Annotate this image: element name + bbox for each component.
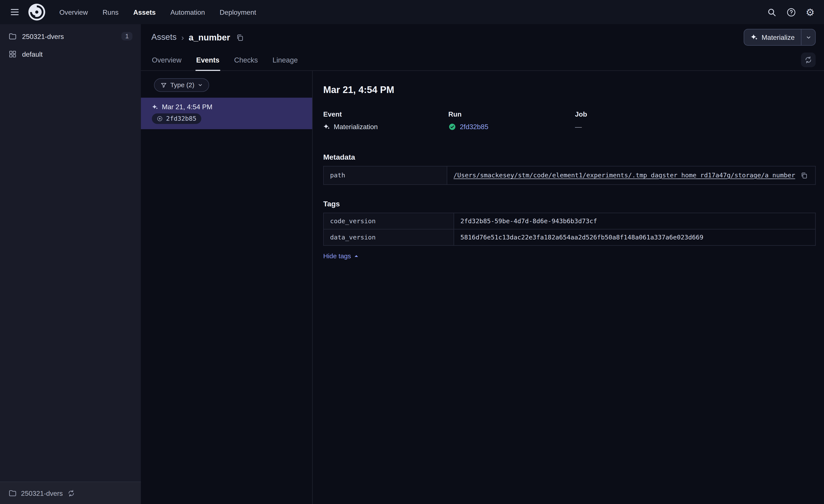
materialization-sparkle-icon [152, 104, 158, 110]
sidebar-item-group-default[interactable]: default [0, 45, 141, 63]
materialize-split-button: Materialize [744, 29, 816, 46]
asset-count-badge: 1 [122, 32, 132, 40]
refresh-button[interactable] [801, 52, 816, 67]
tag-value: 5816d76e51c13dac22e3fa182a654aa2d526fb50… [454, 229, 815, 246]
metadata-key: path [323, 166, 447, 184]
gear-icon: ⚙ [806, 7, 815, 17]
sidebar-item-code-location[interactable]: 250321-dvers 1 [0, 27, 141, 45]
page-title: a_number [189, 32, 230, 42]
run-id-link[interactable]: 2fd32b85 [460, 123, 489, 131]
job-label: Job [575, 110, 587, 118]
hamburger-menu-button[interactable] [7, 5, 22, 19]
nav-item-overview[interactable]: Overview [53, 5, 95, 19]
nav-item-runs[interactable]: Runs [96, 5, 125, 19]
event-item-header: Mar 21, 4:54 PM [152, 103, 304, 111]
copy-asset-name-button[interactable] [235, 32, 245, 42]
materialization-sparkle-icon [323, 123, 330, 130]
hide-tags-label: Hide tags [323, 253, 351, 260]
event-item-run-badge[interactable]: 2fd32b85 [152, 113, 201, 124]
reload-location-icon[interactable] [67, 489, 75, 497]
event-item-run-id: 2fd32b85 [166, 115, 196, 122]
event-detail-pane: Mar 21, 4:54 PM Event Materialization [313, 71, 824, 504]
materialize-dropdown-button[interactable] [802, 29, 815, 45]
folder-icon [8, 489, 17, 497]
app-root: Overview Runs Assets Automation Deployme… [0, 0, 824, 504]
sidebar-item-label: 250321-dvers [22, 32, 64, 40]
materialize-sparkle-icon [751, 33, 758, 41]
run-status-circle-icon [157, 116, 163, 122]
filter-icon [160, 82, 167, 89]
top-nav: Overview Runs Assets Automation Deployme… [0, 0, 824, 24]
page-header: Assets › a_number Materialize [141, 24, 824, 50]
tag-value: 2fd32b85-59be-4d7d-8d6e-943b6b3d73cf [454, 213, 815, 229]
type-filter-button[interactable]: Type (2) [154, 78, 209, 92]
run-value: 2fd32b85 [448, 123, 575, 131]
breadcrumb: Assets › a_number [151, 32, 245, 42]
event-value: Materialization [323, 123, 448, 131]
metadata-section-title: Metadata [323, 153, 816, 161]
hide-tags-link[interactable]: Hide tags [323, 253, 359, 260]
search-button[interactable] [765, 5, 779, 19]
chevron-up-icon [353, 254, 359, 259]
event-list-pane: Type (2) Mar 21, 4:54 PM [141, 71, 313, 504]
table-row: data_version 5816d76e51c13dac22e3fa182a6… [323, 229, 815, 246]
copy-icon [236, 33, 244, 41]
nav-item-automation[interactable]: Automation [164, 5, 212, 19]
folder-icon [8, 32, 17, 40]
materialize-button[interactable]: Materialize [744, 29, 801, 45]
metadata-table: path /Users/smackesey/stm/code/element1/… [323, 166, 816, 185]
tab-events[interactable]: Events [196, 56, 220, 71]
copy-icon [800, 172, 808, 179]
tags-section: Tags code_version 2fd32b85-59be-4d7d-8d6… [323, 200, 816, 260]
table-row: code_version 2fd32b85-59be-4d7d-8d6e-943… [323, 213, 815, 229]
table-row: path /Users/smackesey/stm/code/element1/… [323, 166, 815, 184]
event-list-item-selected[interactable]: Mar 21, 4:54 PM 2fd32b85 [141, 98, 312, 129]
metadata-path-link[interactable]: /Users/smackesey/stm/code/element1/exper… [453, 172, 795, 179]
tags-section-title: Tags [323, 200, 816, 208]
help-button[interactable] [784, 5, 799, 19]
dagster-logo-icon[interactable] [27, 3, 46, 21]
run-info-col: Run 2fd32b85 [448, 110, 575, 131]
job-value: — [575, 123, 587, 131]
tab-overview[interactable]: Overview [151, 56, 182, 71]
stage: Overview Runs Assets Automation Deployme… [0, 0, 824, 504]
tab-checks[interactable]: Checks [234, 56, 258, 71]
metadata-section: Metadata path /Users/smackesey/stm/code/… [323, 153, 816, 185]
nav-item-assets[interactable]: Assets [126, 5, 163, 19]
sidebar-item-label: default [22, 50, 43, 58]
help-icon [786, 7, 796, 17]
event-label: Event [323, 110, 448, 118]
tab-lineage[interactable]: Lineage [272, 56, 298, 71]
chevron-down-icon [197, 83, 203, 88]
search-icon [767, 7, 777, 17]
breadcrumb-separator: › [182, 33, 184, 42]
materialize-button-label: Materialize [762, 33, 795, 41]
sidebar: 250321-dvers 1 default 250321-dvers [0, 24, 141, 504]
event-type-text: Materialization [334, 123, 378, 131]
event-info-col: Event Materialization [323, 110, 448, 131]
chevron-down-icon [805, 34, 811, 40]
hamburger-icon [9, 7, 20, 17]
main-nav: Overview Runs Assets Automation Deployme… [53, 5, 263, 19]
nav-item-deployment[interactable]: Deployment [213, 5, 263, 19]
copy-path-button[interactable] [799, 171, 809, 180]
type-filter-label: Type (2) [171, 81, 194, 89]
topnav-actions: ⚙ [765, 5, 817, 19]
sidebar-footer-code-location[interactable]: 250321-dvers [0, 482, 141, 504]
tags-table: code_version 2fd32b85-59be-4d7d-8d6e-943… [323, 213, 816, 246]
breadcrumb-assets-link[interactable]: Assets [151, 33, 177, 42]
settings-button[interactable]: ⚙ [804, 5, 817, 19]
asset-group-icon [8, 50, 17, 58]
tag-key: data_version [323, 229, 454, 246]
tab-bar: Overview Events Checks Lineage [141, 50, 824, 71]
event-item-timestamp: Mar 21, 4:54 PM [162, 103, 212, 111]
run-success-check-icon [448, 123, 456, 131]
run-label: Run [448, 110, 575, 118]
job-info-col: Job — [575, 110, 587, 131]
sidebar-footer-label: 250321-dvers [21, 489, 63, 497]
refresh-icon [804, 55, 813, 64]
event-detail-title: Mar 21, 4:54 PM [323, 85, 816, 96]
tag-key: code_version [323, 213, 454, 229]
event-info-row: Event Materialization Run [323, 110, 816, 131]
main-area: Assets › a_number Materialize [141, 24, 824, 504]
